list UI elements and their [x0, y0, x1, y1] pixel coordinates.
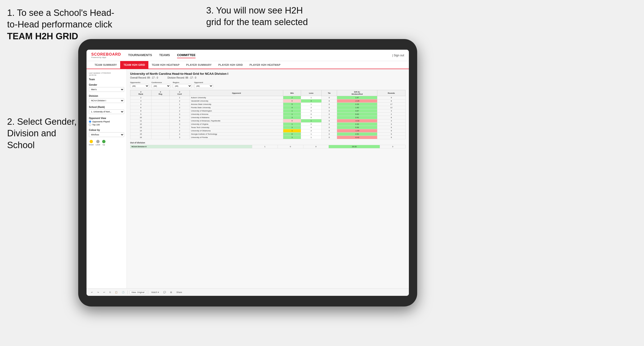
cell-reg	[152, 119, 170, 123]
cell-reg	[152, 113, 170, 116]
out-of-division-title: Out of division	[130, 142, 406, 144]
sidebar-radio-top100[interactable]: Top 100	[89, 124, 124, 126]
filter-region: Region (All)	[173, 81, 192, 88]
bottom-toolbar: ↩ ↪ ↩ ⎘ 📋 🕐 View: Original Watch ▾ 💬 ⊞ S…	[86, 288, 409, 296]
cell-win: 2	[283, 96, 301, 99]
toolbar-clock[interactable]: 🕐	[121, 291, 126, 294]
cell-rounds: 9	[377, 133, 405, 136]
filter-opponent-select[interactable]: (All)	[194, 84, 213, 88]
subnav-team-h2h-heatmap[interactable]: TEAM H2H HEATMAP	[148, 61, 183, 69]
toolbar-redo[interactable]: ↪	[96, 291, 100, 294]
table-row: 3 2 Vanderbilt University 0 4 0 -2.29 8	[130, 99, 406, 103]
cell-rank: 4	[130, 103, 152, 106]
cell-tie: 0	[322, 133, 337, 136]
cell-opponent: University of Florida	[190, 136, 283, 139]
table-row: 14 2 University of Oklahoma 1 2 0 -1.00 …	[130, 129, 406, 133]
filter-conference-select[interactable]: (All)	[152, 84, 170, 88]
sign-out-link[interactable]: | Sign out	[392, 54, 404, 57]
toolbar-icon2[interactable]: ⊞	[169, 291, 173, 294]
toolbar-paste[interactable]: 📋	[114, 291, 119, 294]
cell-loss: 0	[301, 116, 322, 119]
cell-diff: 3.67	[337, 109, 377, 113]
ood-body: NCAA Division II 1 0 0 26.00 3	[130, 145, 406, 148]
toolbar-share[interactable]: Share	[175, 291, 183, 294]
sidebar-radio-opponents[interactable]: Opponents Played	[89, 121, 124, 123]
filter-region-select[interactable]: (All)	[173, 84, 192, 88]
annotation-1-line1: 1. To see a School's Head-	[7, 8, 114, 18]
cell-conf: 1	[170, 96, 190, 99]
sidebar-gender-select[interactable]: Men's	[89, 87, 124, 92]
subnav-team-summary[interactable]: TEAM SUMMARY	[91, 61, 120, 69]
table-row: 4 1 Arizona State University 5 1 0 2.29 …	[130, 103, 406, 106]
toolbar-watch[interactable]: Watch ▾	[150, 291, 160, 294]
logo-text: SCOREBOARD	[91, 52, 121, 56]
legend-up-dot	[102, 140, 106, 143]
subnav-player-h2h-heatmap[interactable]: PLAYER H2H HEATMAP	[246, 61, 284, 69]
table-row: 2 1 Auburn University 2 1 0 1.67 9	[130, 96, 406, 99]
cell-conf: 4	[170, 133, 190, 136]
cell-tie: 0	[322, 119, 337, 123]
cell-conf: 2	[170, 99, 190, 103]
annotation-2-line1: 2. Select Gender,	[7, 117, 77, 127]
color-legend: Down Level Up	[89, 140, 124, 146]
cell-diff: -6.42	[337, 136, 377, 139]
subnav-player-summary[interactable]: PLAYER SUMMARY	[183, 61, 215, 69]
cell-rounds: 9	[377, 136, 405, 139]
cell-reg	[152, 109, 170, 113]
table-header-row: #Rank #Reg #Conf Opponent Win Loss Tie D…	[130, 90, 406, 96]
sidebar-opponent-view-section: Opponent View Opponents Played Top 100	[89, 117, 124, 126]
cell-rank: 6	[130, 106, 152, 109]
cell-reg	[152, 99, 170, 103]
cell-loss: 4	[301, 99, 322, 103]
cell-reg	[152, 96, 170, 99]
cell-reg	[152, 133, 170, 136]
filter-opponents-select[interactable]: (All)	[130, 84, 149, 88]
cell-conf: 6	[170, 119, 190, 123]
nav-committee[interactable]: COMMITTEE	[177, 52, 196, 58]
nav-teams[interactable]: TEAMS	[159, 52, 170, 58]
cell-win: 4	[283, 106, 301, 109]
cell-conf: 2	[170, 109, 190, 113]
cell-loss: 1	[301, 136, 322, 139]
legend-down-dot	[90, 140, 93, 143]
sidebar-colour-label: Colour by	[89, 129, 124, 131]
cell-opponent: Arizona State University	[190, 103, 283, 106]
cell-rank: 12	[130, 123, 152, 126]
cell-diff: 5.56	[337, 126, 377, 129]
cell-opponent: Florida State University	[190, 106, 283, 109]
nav-tournaments[interactable]: TOURNAMENTS	[128, 52, 152, 58]
cell-tie: 0	[322, 123, 337, 126]
cell-rank: 3	[130, 99, 152, 103]
toolbar-undo[interactable]: ↩	[90, 291, 94, 294]
cell-rounds: 9	[377, 129, 405, 133]
ood-cell-rounds: 3	[380, 145, 406, 148]
legend-down: Down	[89, 140, 94, 146]
filter-row: Opponents: (All) Conference (All) Region	[130, 81, 406, 88]
sidebar-colour-select[interactable]: Win/loss	[89, 132, 124, 137]
sidebar-colour-section: Colour by Win/loss	[89, 129, 124, 137]
toolbar-view-original[interactable]: View: Original	[130, 290, 146, 294]
main-content: Last Updated: 27/03/2024 16:55:38 Team G…	[86, 69, 409, 288]
cell-conf: 1	[170, 103, 190, 106]
subnav-player-h2h-grid[interactable]: PLAYER H2H GRID	[215, 61, 246, 69]
logo-sub: Powered by clippi	[91, 57, 121, 58]
cell-reg	[152, 123, 170, 126]
toolbar-copy[interactable]: ⎘	[108, 291, 112, 294]
sidebar-gender-label: Gender	[89, 84, 124, 86]
table-body: 2 1 Auburn University 2 1 0 1.67 9 3 2 V…	[130, 96, 406, 139]
cell-loss: 1	[301, 96, 322, 99]
toolbar-back[interactable]: ↩	[102, 291, 106, 294]
table-row: 10 5 University of Alabama 3 0 0 2.61 8	[130, 116, 406, 119]
subnav-team-h2h-grid[interactable]: TEAM H2H GRID	[120, 61, 148, 69]
annotation-1-line2: to-Head performance click	[7, 19, 112, 29]
cell-win: 3	[283, 136, 301, 139]
nav-items: TOURNAMENTS TEAMS COMMITTEE	[128, 52, 392, 58]
cell-diff: 2.61	[337, 116, 377, 119]
toolbar-icon1[interactable]: 💬	[162, 291, 167, 294]
sidebar-school-select[interactable]: 1. University of Nort...	[89, 109, 124, 114]
sidebar-division-select[interactable]: NCAA Division I	[89, 98, 124, 103]
sidebar-gender-section: Gender Men's	[89, 84, 124, 92]
col-diff: Diff AvStrokes/Rnd	[337, 90, 377, 96]
subnav: TEAM SUMMARY TEAM H2H GRID TEAM H2H HEAT…	[86, 61, 409, 69]
cell-rank: 14	[130, 129, 152, 133]
